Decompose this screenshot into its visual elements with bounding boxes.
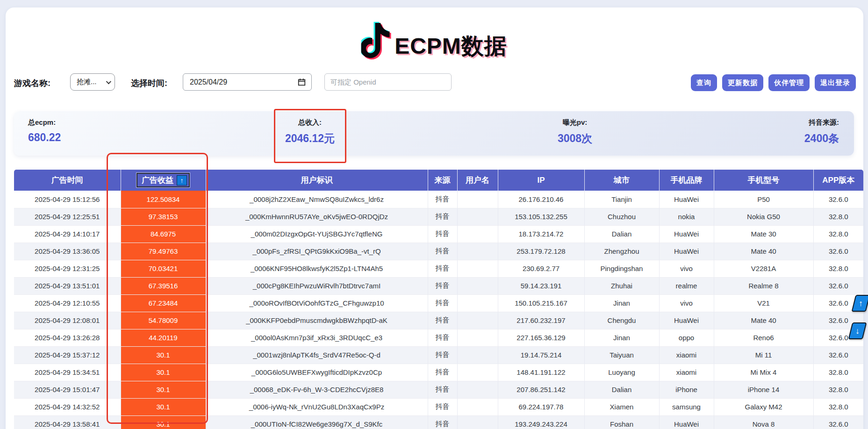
cell-ad-time: 2025-04-29 14:32:52 xyxy=(14,398,121,415)
stat-label: 总收入: xyxy=(285,118,335,127)
cell-city: Taiyuan xyxy=(584,346,659,364)
header-row: 广告时间广告收益↑用户标识来源用户名IP城市手机品牌手机型号APP版本 xyxy=(14,170,863,191)
action-buttons: 查询 更新数据 伙伴管理 退出登录 xyxy=(691,74,856,91)
cell-source: 抖音 xyxy=(428,381,457,398)
table-row: 2025-04-29 12:08:0154.78009_000KKFP0ebdP… xyxy=(14,312,863,329)
page-title: ECPM数据 xyxy=(395,23,507,57)
cell-user-id: _000oROvIfBOtViOohfGTzG_CFhguwzp10 xyxy=(206,294,428,312)
cell-app-version: 32.6.0 xyxy=(813,191,863,208)
cell-ad-revenue: 30.1 xyxy=(121,381,206,398)
cell-ip: 26.176.210.46 xyxy=(498,191,584,208)
update-data-button[interactable]: 更新数据 xyxy=(722,74,763,91)
cell-username xyxy=(457,346,498,364)
date-value: 2025/04/29 xyxy=(190,78,227,86)
cell-phone-brand: xiaomi xyxy=(659,364,714,381)
query-button[interactable]: 查询 xyxy=(691,74,717,91)
cell-ip: 207.86.251.142 xyxy=(498,381,584,398)
cell-ip: 148.41.191.122 xyxy=(498,364,584,381)
date-label: 选择时间: xyxy=(131,78,167,89)
cell-username xyxy=(457,277,498,294)
cell-ad-time: 2025-04-29 13:58:41 xyxy=(14,415,121,429)
stat-exposure-pv: 曝光pv: 3008次 xyxy=(558,118,592,146)
stat-label: 总ecpm: xyxy=(28,118,61,127)
cell-username xyxy=(457,208,498,225)
game-name-label: 游戏名称: xyxy=(14,78,50,89)
cell-ad-time: 2025-04-29 12:25:51 xyxy=(14,208,121,225)
cell-username xyxy=(457,191,498,208)
table-row: 2025-04-29 15:12:56122.50834_0008j2hZ2XE… xyxy=(14,191,863,208)
cell-city: Dalian xyxy=(584,225,659,243)
partner-management-button[interactable]: 伙伴管理 xyxy=(768,74,810,91)
cell-phone-brand: HuaWei xyxy=(659,312,714,329)
table-row: 2025-04-29 12:31:2570.03421_0006KNF95HO8… xyxy=(14,260,863,277)
revenue-sort-button[interactable]: 广告收益↑ xyxy=(136,173,190,187)
cell-app-version: 32.8.0 xyxy=(813,398,863,415)
cell-ad-revenue: 30.1 xyxy=(121,398,206,415)
cell-phone-brand: HuaWei xyxy=(659,191,714,208)
cell-city: Pingdingshan xyxy=(584,260,659,277)
cell-ad-revenue: 122.50834 xyxy=(121,191,206,208)
cell-source: 抖音 xyxy=(428,243,457,260)
table-row: 2025-04-29 13:51:0167.39516_000cPg8KEIhP… xyxy=(14,277,863,294)
column-header-user-id: 用户标识 xyxy=(206,170,428,191)
cell-user-id: _0006KNF95HO8lkwsfyK2l5Zp1-LTN4Ah5 xyxy=(206,260,428,277)
date-input[interactable]: 2025/04/29 xyxy=(183,73,312,91)
cell-ip: 193.249.243.224 xyxy=(498,415,584,429)
stat-label: 曝光pv: xyxy=(558,118,592,127)
column-label: 广告收益 xyxy=(142,175,173,186)
cell-phone-brand: HuaWei xyxy=(659,243,714,260)
table-body: 2025-04-29 15:12:56122.50834_0008j2hZ2XE… xyxy=(14,191,863,429)
sort-ascending-icon: ↑ xyxy=(177,175,187,186)
game-select[interactable]: 抢滩... xyxy=(70,73,115,91)
cell-user-id: _000UTIoN-fCI82We6ge396g7X_d_S9Kfc xyxy=(206,415,428,429)
cell-city: Zhuhai xyxy=(584,277,659,294)
cell-app-version: 32.6.0 xyxy=(813,243,863,260)
cell-ad-time: 2025-04-29 14:10:17 xyxy=(14,225,121,243)
cell-city: Foshan xyxy=(584,415,659,429)
openid-input[interactable] xyxy=(324,73,452,91)
cell-username xyxy=(457,225,498,243)
cell-ip: 227.165.36.129 xyxy=(498,329,584,346)
cell-ad-revenue: 67.39516 xyxy=(121,277,206,294)
cell-source: 抖音 xyxy=(428,312,457,329)
cell-phone-model: Mi Mix 4 xyxy=(714,364,813,381)
cell-ad-time: 2025-04-29 13:26:28 xyxy=(14,329,121,346)
cell-phone-brand: HuaWei xyxy=(659,415,714,429)
cell-user-id: _0006-iyWq-Nk_rVnU2Gu8LDn3XaqCx9Pz xyxy=(206,398,428,415)
cell-username xyxy=(457,329,498,346)
table-row: 2025-04-29 15:34:5130.1_000G6lo5UWBEFXwy… xyxy=(14,364,863,381)
cell-source: 抖音 xyxy=(428,364,457,381)
cell-user-id: _000pFs_zfRSI_QPtG9kKxiO9Ba_-vt_rQ xyxy=(206,243,428,260)
logout-button[interactable]: 退出登录 xyxy=(815,74,856,91)
cell-user-id: _000cPg8KEIhPwzuWiRvlh7btDtrvc7amI xyxy=(206,277,428,294)
cell-phone-model: iPhone 14 xyxy=(714,381,813,398)
cell-source: 抖音 xyxy=(428,277,457,294)
cell-username xyxy=(457,364,498,381)
cell-phone-model: Nova 8 xyxy=(714,415,813,429)
cell-app-version: 32.8.0 xyxy=(813,225,863,243)
chevron-down-icon xyxy=(106,79,111,84)
table-row: 2025-04-29 13:58:4130.1_000UTIoN-fCI82We… xyxy=(14,415,863,429)
cell-source: 抖音 xyxy=(428,208,457,225)
cell-app-version: 32.8.0 xyxy=(813,260,863,277)
cell-user-id: _000KKFP0ebdPmuscmdwgkbBWzhpqtD-aK xyxy=(206,312,428,329)
cell-city: Dalian xyxy=(584,381,659,398)
column-header-app-version: APP版本 xyxy=(813,170,863,191)
cell-ad-time: 2025-04-29 12:10:55 xyxy=(14,294,121,312)
stat-value: 2046.12元 xyxy=(285,131,335,146)
cell-ad-revenue: 30.1 xyxy=(121,415,206,429)
cell-user-id: _0001wzj8nlApTK4fs_SrdV47Re5oc-Q-d xyxy=(206,346,428,364)
cell-phone-brand: samsung xyxy=(659,398,714,415)
cell-phone-brand: HuaWei xyxy=(659,225,714,243)
cell-ad-revenue: 70.03421 xyxy=(121,260,206,277)
cell-phone-model: Galaxy M42 xyxy=(714,398,813,415)
cell-user-id: _0008j2hZ2XEaw_NmwSQ8uIZwkcs_ldr6z xyxy=(206,191,428,208)
column-header-ad-revenue[interactable]: 广告收益↑ xyxy=(121,170,206,191)
cell-phone-model: Mate 40 xyxy=(714,312,813,329)
cell-user-id: _000ol0AsKmn7p3if_xRx3i_3RDUqcC_e3 xyxy=(206,329,428,346)
cell-phone-model: Mate 30 xyxy=(714,225,813,243)
cell-source: 抖音 xyxy=(428,191,457,208)
cell-app-version: 32.8.0 xyxy=(813,381,863,398)
cell-ad-revenue: 79.49763 xyxy=(121,243,206,260)
cell-phone-brand: iPhone xyxy=(659,381,714,398)
